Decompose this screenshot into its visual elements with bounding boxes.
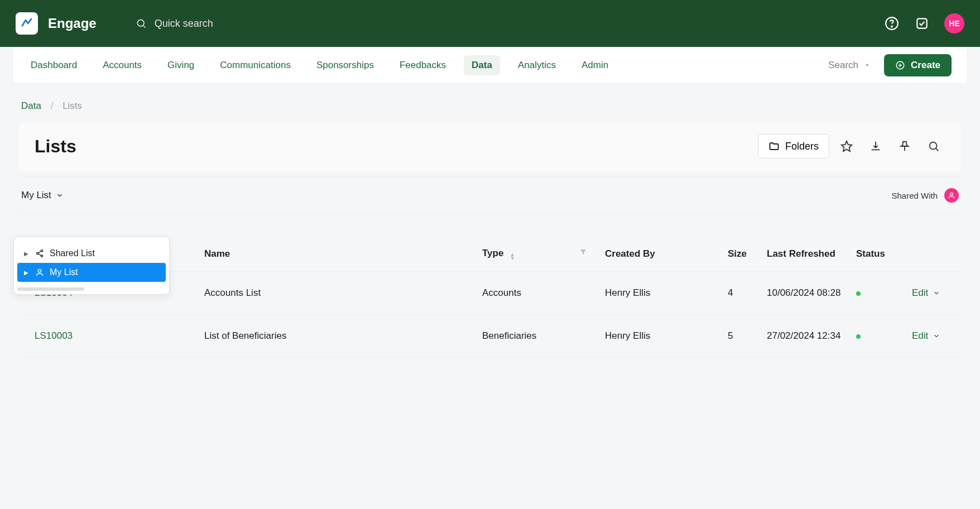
nav-search-dropdown[interactable]: Search [828,60,871,71]
quick-search[interactable]: Quick search [136,18,213,30]
tree-shared-list[interactable]: ▶ Shared List [17,244,166,263]
cell-created-by: Henry Ellis [598,315,721,358]
nav-accounts[interactable]: Accounts [95,55,150,75]
plus-circle-icon [895,60,905,70]
shared-with-avatar[interactable] [944,188,959,203]
favorite-button[interactable] [835,135,858,158]
folder-icon [768,141,780,152]
chevron-down-icon [933,332,940,340]
col-size[interactable]: Size [721,237,760,272]
mylist-dropdown[interactable]: My List [21,190,64,201]
tree-shared-label: Shared List [50,248,95,258]
app-name: Engage [48,16,97,31]
tree-my-list[interactable]: ▶ My List [17,263,166,282]
svg-point-11 [950,193,953,195]
quick-search-placeholder: Quick search [155,18,213,30]
cell-status [849,272,905,315]
svg-line-15 [38,251,41,253]
search-icon [136,18,147,29]
nav-search-label: Search [828,60,858,71]
svg-marker-8 [842,141,852,151]
status-dot-icon [856,291,861,296]
col-status[interactable]: Status [849,237,905,272]
cell-size: 5 [721,315,760,358]
cell-type: Accounts [475,272,598,315]
cell-size: 4 [721,272,760,315]
table-row: LS10003List of BeneficiariesBeneficiarie… [19,315,961,358]
mylist-label: My List [21,190,51,201]
svg-point-9 [930,142,937,150]
nav-feedbacks[interactable]: Feedbacks [392,55,454,75]
caret-right-icon: ▶ [24,251,30,257]
svg-point-0 [137,20,144,26]
caret-down-icon [864,62,871,69]
shared-with: Shared With [891,188,959,203]
chevron-down-icon [933,289,940,297]
pin-button[interactable] [893,135,916,158]
svg-line-16 [38,254,41,256]
folders-label: Folders [785,141,819,152]
svg-rect-4 [917,18,926,28]
breadcrumb-lists: Lists [63,100,82,111]
svg-point-3 [891,26,892,27]
user-icon [948,191,955,199]
page-header: Lists Folders [19,122,961,171]
col-type[interactable]: Type ▲▼ [475,237,598,272]
status-dot-icon [856,334,861,339]
create-button[interactable]: Create [884,54,952,76]
avatar-initials: HE [949,19,959,28]
svg-line-10 [936,148,938,151]
nav-data[interactable]: Data [464,55,500,75]
page-title: Lists [35,136,76,157]
cell-name: List of Beneficiaries [198,315,475,358]
edit-button[interactable]: Edit [912,287,954,299]
user-avatar[interactable]: HE [944,13,964,33]
search-lists-button[interactable] [922,135,945,158]
ref-link[interactable]: LS10003 [35,330,73,341]
col-name[interactable]: Name [198,237,475,272]
download-icon [869,140,882,152]
nav-analytics[interactable]: Analytics [510,55,564,75]
caret-right-icon: ▶ [24,270,30,276]
help-button[interactable] [884,16,900,31]
main-nav: DashboardAccountsGivingCommunicationsSpo… [12,47,968,84]
shared-with-label: Shared With [891,191,938,200]
nav-communications[interactable]: Communications [212,55,299,75]
nav-dashboard[interactable]: Dashboard [23,55,85,75]
download-button[interactable] [864,135,887,158]
app-logo[interactable] [16,12,38,35]
list-tree-popover: ▶ Shared List ▶ My List [13,237,170,295]
breadcrumb-data[interactable]: Data [21,100,41,111]
col-created-by[interactable]: Created By [598,237,721,272]
svg-point-17 [38,270,41,272]
col-last-refreshed[interactable]: Last Refreshed [760,237,849,272]
nav-sponsorships[interactable]: Sponsorships [309,55,382,75]
sort-icon: ▲▼ [510,252,515,260]
filter-icon[interactable] [579,248,587,256]
folders-button[interactable]: Folders [758,134,829,159]
chevron-down-icon [56,191,64,199]
filter-row: My List Shared With [19,176,961,214]
edit-button[interactable]: Edit [912,330,954,342]
cell-last-refreshed: 10/06/2024 08:28 [760,272,849,315]
nav-admin[interactable]: Admin [574,55,616,75]
cell-status [849,315,905,358]
share-icon [35,249,44,258]
user-icon [35,268,44,277]
cell-name: Accounts List [198,272,475,315]
cell-type: Beneficiaries [475,315,598,358]
svg-line-1 [143,26,145,28]
pin-icon [899,140,911,152]
tasks-button[interactable] [914,16,930,31]
search-icon [928,140,940,152]
nav-giving[interactable]: Giving [160,55,202,75]
tree-mylist-label: My List [50,267,78,277]
breadcrumb: Data / Lists [0,84,980,122]
star-icon [840,140,853,152]
cell-last-refreshed: 27/02/2024 12:34 [760,315,849,358]
create-label: Create [911,60,940,71]
topbar: Engage Quick search HE [0,0,980,47]
tree-scrollbar[interactable] [17,287,84,291]
cell-created-by: Henry Ellis [598,272,721,315]
